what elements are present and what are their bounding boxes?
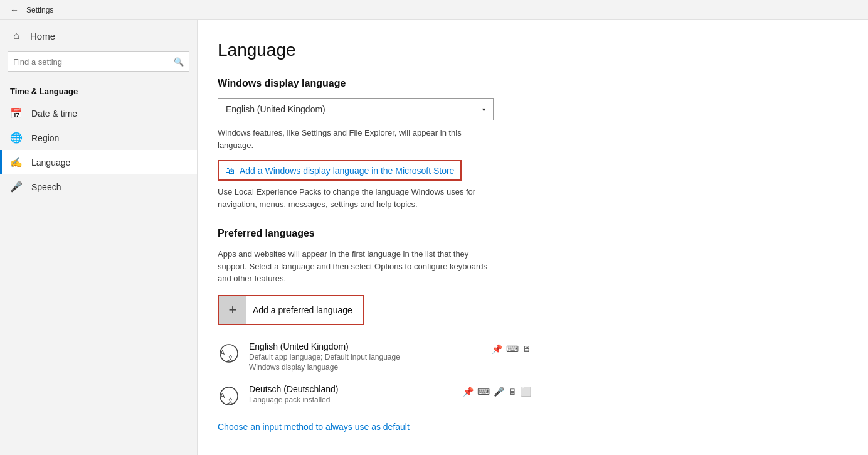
display-lang-note: Windows features, like Settings and File… xyxy=(218,127,494,151)
pin-icon-2: 📌 xyxy=(463,387,474,397)
add-lang-btn-label: Add a preferred language xyxy=(253,305,363,315)
svg-text:A: A xyxy=(220,392,225,399)
display-lang-value: English (United Kingdom) xyxy=(226,104,326,114)
lang-item-name-0: English (United Kingdom) xyxy=(249,341,483,351)
language-icon: ✍ xyxy=(10,156,23,168)
display-icon: 🖥 xyxy=(522,344,531,354)
lang-item-name-1: Deutsch (Deutschland) xyxy=(249,384,454,394)
lang-item-desc1-1: Language pack installed xyxy=(249,395,454,404)
display-lang-section: Windows display language English (United… xyxy=(218,78,838,210)
lang-item-feature-icons-0: 📌 ⌨ 🖥 xyxy=(492,344,531,354)
sidebar-item-region-label: Region xyxy=(31,133,59,143)
main-layout: ⌂ Home 🔍 Time & Language 📅 Date & time 🌐… xyxy=(0,20,868,455)
svg-text:文: 文 xyxy=(227,397,234,404)
keyboard-icon: ⌨ xyxy=(506,344,519,354)
search-input[interactable] xyxy=(13,57,174,67)
pin-icon: 📌 xyxy=(492,344,502,354)
title-bar: ← Settings xyxy=(0,0,868,20)
sidebar-search-container[interactable]: 🔍 xyxy=(8,51,189,72)
sidebar-item-speech[interactable]: 🎤 Speech xyxy=(0,174,197,199)
back-button[interactable]: ← xyxy=(8,3,21,18)
sidebar: ⌂ Home 🔍 Time & Language 📅 Date & time 🌐… xyxy=(0,20,198,455)
lang-item-info-1: Deutsch (Deutschland) Language pack inst… xyxy=(249,384,454,404)
sidebar-home[interactable]: ⌂ Home xyxy=(0,20,197,51)
mic-icon: 🎤 xyxy=(494,387,504,397)
add-preferred-language-button[interactable]: + Add a preferred language xyxy=(218,295,364,325)
sidebar-item-language-label: Language xyxy=(31,158,70,168)
preferred-section-title: Preferred languages xyxy=(218,228,838,239)
lang-item-icon-1: A 文 xyxy=(218,385,240,410)
lang-item-desc2-0: Windows display language xyxy=(249,363,483,372)
svg-text:文: 文 xyxy=(227,354,234,361)
title-bar-text: Settings xyxy=(26,6,53,14)
display-icon-2: 🖥 xyxy=(508,387,517,397)
lang-item-desc1-0: Default app language; Default input lang… xyxy=(249,353,483,361)
sidebar-item-date-label: Date & time xyxy=(31,109,77,119)
preferred-desc: Apps and websites will appear in the fir… xyxy=(218,248,494,285)
choose-input-link[interactable]: Choose an input method to always use as … xyxy=(218,422,410,432)
sidebar-item-language[interactable]: ✍ Language xyxy=(0,150,197,174)
search-icon: 🔍 xyxy=(174,57,184,67)
display-lang-dropdown[interactable]: English (United Kingdom) ▾ xyxy=(218,98,494,120)
home-icon: ⌂ xyxy=(10,30,23,41)
keyboard-icon-2: ⌨ xyxy=(477,387,490,397)
lang-item-feature-icons-1: 📌 ⌨ 🎤 🖥 ⬜ xyxy=(463,387,531,397)
display-lang-title: Windows display language xyxy=(218,78,838,89)
ms-store-link[interactable]: 🛍 Add a Windows display language in the … xyxy=(218,160,462,181)
store-icon: 🛍 xyxy=(225,165,235,176)
region-icon: 🌐 xyxy=(10,132,23,144)
sidebar-section-title: Time & Language xyxy=(0,79,197,101)
content-area: Language Windows display language Englis… xyxy=(198,20,868,455)
lang-item-icon-0: A 文 xyxy=(218,343,240,368)
sidebar-home-label: Home xyxy=(30,31,55,41)
speech-icon: 🎤 xyxy=(10,181,23,193)
ms-store-link-text: Add a Windows display language in the Mi… xyxy=(240,166,454,176)
language-list-item: A 文 English (United Kingdom) Default app… xyxy=(218,335,531,378)
language-list-item: A 文 Deutsch (Deutschland) Language pack … xyxy=(218,378,531,417)
date-icon: 📅 xyxy=(10,107,23,119)
lang-item-info-0: English (United Kingdom) Default app lan… xyxy=(249,341,483,372)
dropdown-arrow-icon: ▾ xyxy=(482,106,485,113)
ms-store-note: Use Local Experience Packs to change the… xyxy=(218,186,494,210)
add-icon: + xyxy=(219,296,246,324)
svg-text:A: A xyxy=(220,349,225,356)
page-title: Language xyxy=(218,40,838,60)
sidebar-item-date[interactable]: 📅 Date & time xyxy=(0,101,197,126)
extra-icon: ⬜ xyxy=(521,387,531,397)
sidebar-item-speech-label: Speech xyxy=(31,182,61,192)
preferred-section: Preferred languages Apps and websites wi… xyxy=(218,228,838,432)
sidebar-item-region[interactable]: 🌐 Region xyxy=(0,126,197,150)
